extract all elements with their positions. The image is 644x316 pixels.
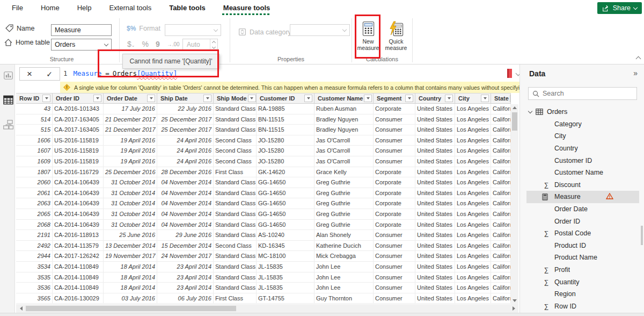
scroll-down-arrow[interactable] [511,297,518,304]
cell-ship-date[interactable]: 28 December 2016 [157,167,214,177]
cell-order-date[interactable]: 31 October 2014 [104,220,157,230]
cell-country[interactable]: United States [415,104,455,114]
cell-segment[interactable]: Corporate [374,167,415,177]
cell-city[interactable]: Los Angeles [455,188,491,198]
cell-order-id[interactable]: CA-2014-106439 [53,198,104,209]
cell-customer-name[interactable]: Bradley Nguyen [314,114,374,125]
cell-ship-mode[interactable]: Standard Class [214,188,257,198]
cell-ship-mode[interactable]: Standard Class [214,209,257,219]
cell-customer-id[interactable]: BN-11515 [257,114,314,125]
column-filter-button[interactable] [405,95,413,102]
cell-segment[interactable]: Consumer [374,156,415,167]
cell-customer-id[interactable]: JL-15835 [257,262,314,272]
column-filter-button[interactable] [364,95,372,102]
table-row[interactable]: 2065CA-2014-10643931 October 201404 Nove… [16,209,511,220]
tab-table-tools[interactable]: Table tools [169,0,206,16]
cell-city[interactable]: Los Angeles [455,293,491,304]
cell-customer-id[interactable]: KD-16345 [257,241,314,251]
share-button[interactable]: Share [597,2,642,14]
cell-segment[interactable]: Consumer [374,114,415,125]
table-row[interactable]: 2068CA-2014-10643931 October 201404 Nove… [16,220,511,231]
cell-country[interactable]: United States [415,209,455,219]
cell-order-id[interactable]: US-2016-115819 [53,135,104,146]
field-city[interactable]: City [520,130,644,142]
cell-customer-id[interactable]: BN-11515 [257,125,314,135]
cell-city[interactable]: Los Angeles [455,198,491,209]
cell-city[interactable]: Los Angeles [455,135,491,146]
column-filter-button[interactable] [510,95,511,102]
cell-ship-mode[interactable]: Standard Class [214,198,257,209]
decimal-auto-spinner[interactable]: Auto [182,39,218,51]
tab-file[interactable]: File [12,0,23,16]
cell-city[interactable]: Los Angeles [455,230,491,240]
cell-row-id[interactable]: 2492 [16,241,53,251]
cell-segment[interactable]: Consumer [374,272,415,283]
cell-country[interactable]: United States [415,230,455,240]
cell-country[interactable]: United States [415,241,455,251]
cell-segment[interactable]: Consumer [374,251,415,261]
cell-segment[interactable]: Corporate [374,177,415,188]
cell-customer-id[interactable]: GG-14650 [257,188,314,198]
cell-customer-id[interactable]: GT-14755 [257,293,314,304]
cell-ship-mode[interactable]: Standard Class [214,177,257,188]
cell-country[interactable]: United States [415,156,455,167]
home-table-select[interactable]: Orders [51,39,112,51]
cell-state[interactable]: California [491,114,511,125]
cell-order-date[interactable]: 17 July 2016 [104,104,157,114]
cell-customer-name[interactable]: Bradley Nguyen [314,125,374,135]
table-row[interactable]: 3565CA-2016-13002903 July 201606 July 20… [16,293,511,304]
table-row[interactable]: 3536CA-2014-11084918 April 201423 April … [16,283,511,293]
field-product-name[interactable]: Product Name [520,252,644,264]
cell-country[interactable]: United States [415,272,455,283]
vertical-scrollbar[interactable] [511,104,518,304]
cell-country[interactable]: United States [415,135,455,146]
cell-order-date[interactable]: 19 April 2016 [104,135,157,146]
cell-ship-mode[interactable]: Standard Class [214,272,257,283]
cell-order-id[interactable]: CA-2017-163405 [53,114,104,125]
cell-row-id[interactable]: 2068 [16,220,53,230]
cell-customer-name[interactable]: Jas O'Carroll [314,135,374,146]
cell-row-id[interactable]: 2060 [16,177,53,188]
measure-name-input[interactable] [51,24,112,36]
cell-ship-mode[interactable]: Standard Class [214,114,257,125]
cell-customer-name[interactable]: Jas O'Carroll [314,156,374,167]
pane-scroll-thumb[interactable] [641,226,643,245]
new-measure-button[interactable]: New measure [355,19,381,59]
cell-row-id[interactable]: 2063 [16,198,53,209]
cell-customer-id[interactable]: MC-18100 [257,251,314,261]
field-region[interactable]: Region [520,288,644,300]
collapse-pane-icon[interactable]: » [633,69,638,77]
thousands-separator-button[interactable]: 9 [156,40,160,48]
cell-ship-date[interactable]: 04 November 2014 [157,188,214,198]
cell-ship-date[interactable]: 29 June 2016 [157,230,214,240]
cell-customer-name[interactable]: John Lee [314,262,374,272]
table-row[interactable]: 3534CA-2014-11084918 April 201423 April … [16,262,511,272]
search-input[interactable] [543,90,633,97]
cell-country[interactable]: United States [415,188,455,198]
field-postal-code[interactable]: ∑Postal Code [520,227,644,240]
cell-ship-mode[interactable]: Second Class [214,135,257,146]
table-row[interactable]: 514CA-2017-16340521 December 201725 Dece… [16,114,511,125]
cell-ship-date[interactable]: 04 November 2014 [157,177,214,188]
cell-customer-name[interactable]: Greg Guthrie [314,188,374,198]
cell-row-id[interactable]: 1609 [16,156,53,167]
scroll-left-arrow[interactable] [17,304,25,313]
column-header-state[interactable]: State [491,94,511,103]
horizontal-scrollbar[interactable] [16,304,518,313]
cell-row-id[interactable]: 43 [16,104,53,114]
cell-customer-id[interactable]: JO-15280 [257,146,314,156]
cell-row-id[interactable]: 2065 [16,209,53,219]
table-row[interactable]: 43CA-2016-10134317 July 201622 July 2016… [16,104,511,114]
field-quantity[interactable]: ∑Quantity [520,276,644,288]
field-measure[interactable]: Measure [526,191,639,203]
cell-row-id[interactable]: 514 [16,114,53,125]
column-header-customer-name[interactable]: Customer Name [314,94,374,103]
cell-segment[interactable]: Corporate [374,198,415,209]
cell-segment[interactable]: Corporate [374,104,415,114]
cell-country[interactable]: United States [415,198,455,209]
cell-segment[interactable]: Consumer [374,241,415,251]
cell-ship-date[interactable]: 24 April 2016 [157,146,214,156]
cell-ship-mode[interactable]: Standard Class [214,251,257,261]
cell-ship-date[interactable]: 04 November 2014 [157,198,214,209]
cell-customer-name[interactable]: John Lee [314,272,374,283]
